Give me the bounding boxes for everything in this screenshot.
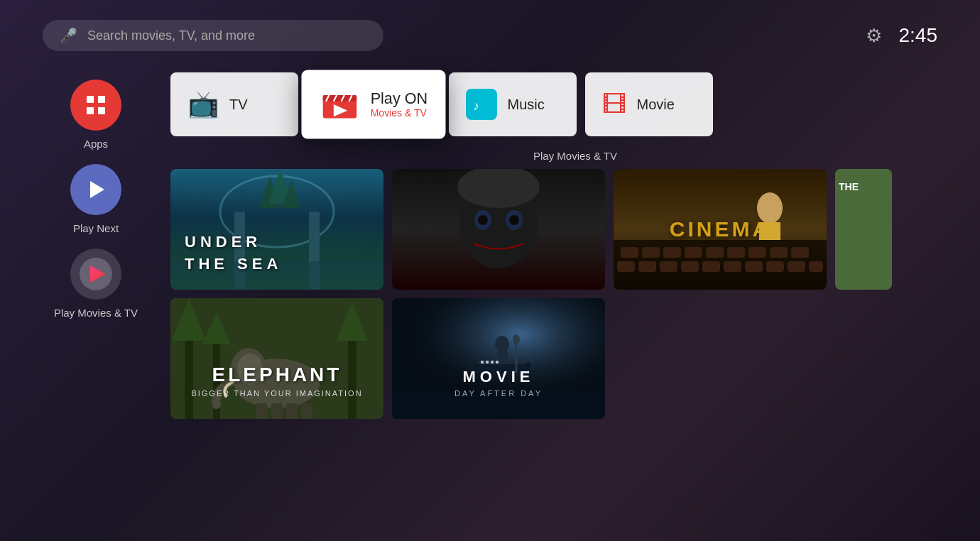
gear-icon[interactable]: ⚙ [866,25,882,47]
svg-point-26 [478,215,488,225]
partial-bg: THE [835,169,892,290]
music-icon: ♪ [466,89,497,120]
play-movies-label: Play Movies & TV [54,307,138,319]
app-card-movie[interactable]: 🎞 Movie [585,72,713,136]
svg-rect-32 [685,247,702,258]
elephant-title: ELEPHANT [185,364,369,386]
svg-rect-44 [745,261,763,272]
svg-rect-63 [286,403,298,419]
media-card-under-sea[interactable]: UNDERTHE SEA [170,169,383,290]
search-placeholder: Search movies, TV, and more [87,28,255,43]
svg-rect-31 [663,247,681,258]
partial-visual: THE [835,169,892,290]
elephant-subtitle: BIGGER THAN YOUR IMAGINATION [185,389,369,398]
play-movies-icon-circle [70,248,121,300]
playon-text-wrap: Play ON Movies & TV [371,89,428,119]
svg-text:THE: THE [839,181,859,192]
movie-icon: 🎞 [602,91,626,119]
media-card-movie-day[interactable]: MOVIE DAY AFTER DAY [392,298,605,419]
svg-rect-2 [87,107,94,114]
app-card-playon[interactable]: Play ON Movies & TV [301,70,446,138]
svg-rect-49 [759,222,780,240]
clock: 2:45 [899,24,938,47]
playon-label: Play ON [371,89,428,107]
svg-rect-34 [727,247,745,258]
under-sea-title: UNDERTHE SEA [185,231,282,275]
app-card-tv[interactable]: 📺 TV [170,72,298,136]
svg-rect-61 [256,403,267,419]
svg-rect-1 [98,96,105,103]
svg-rect-62 [271,403,283,419]
svg-point-68 [495,336,509,353]
svg-rect-35 [748,247,766,258]
movie-label: Movie [636,97,674,113]
movie-day-subtitle: DAY AFTER DAY [392,389,605,398]
media-card-cinema[interactable]: CINEMA [614,169,827,290]
svg-rect-39 [638,261,656,272]
main-content: Apps Play Next [0,65,980,419]
sidebar-item-apps[interactable]: Apps [43,80,149,150]
svg-point-27 [509,215,519,225]
svg-rect-71 [477,361,527,364]
darkside-visual [392,169,605,290]
playon-icon [320,84,359,124]
svg-rect-41 [681,261,699,272]
svg-rect-45 [766,261,784,272]
svg-marker-4 [90,181,104,198]
tv-icon: 📺 [187,92,219,117]
header: 🎤 Search movies, TV, and more ⚙ 2:45 [0,0,980,65]
play-next-icon-circle [70,164,121,215]
music-label: Music [507,97,544,113]
play-next-icon [83,177,109,202]
svg-rect-46 [788,261,805,272]
app-card-music[interactable]: ♪ Music [449,72,577,136]
grid-icon [83,92,109,118]
cinema-visual [614,169,827,290]
svg-rect-36 [770,247,788,258]
svg-rect-29 [621,247,638,258]
elephant-text: ELEPHANT BIGGER THAN YOUR IMAGINATION [185,364,369,398]
mic-icon: 🎤 [60,27,77,44]
play-next-label: Play Next [73,222,119,234]
movie-day-text: MOVIE DAY AFTER DAY [392,368,605,398]
app-row-tooltip: Play Movies & TV [533,150,617,162]
play-movies-icon [78,256,114,292]
svg-rect-38 [617,261,635,272]
elephant-visual [170,298,383,419]
media-card-elephant[interactable]: ELEPHANT BIGGER THAN YOUR IMAGINATION [170,298,383,419]
svg-rect-47 [809,261,823,272]
elephant-bg: ELEPHANT BIGGER THAN YOUR IMAGINATION [170,298,383,419]
svg-rect-0 [87,96,94,103]
svg-rect-43 [724,261,741,272]
media-card-darkside[interactable]: Darkside [392,169,605,290]
app-row: 📺 TV Play ON Movies [170,72,980,136]
playon-sublabel: Movies & TV [371,107,428,119]
svg-rect-73 [486,361,489,364]
svg-rect-75 [496,361,499,364]
apps-label: Apps [84,138,108,150]
movie-day-visual [392,298,605,419]
media-card-partial[interactable]: THE [835,169,892,290]
svg-point-48 [757,192,783,224]
sidebar-item-play-next[interactable]: Play Next [43,164,149,234]
svg-rect-30 [642,247,660,258]
svg-rect-37 [791,247,809,258]
sidebar: Apps Play Next [43,72,149,419]
apps-icon-circle [70,80,121,131]
search-bar[interactable]: 🎤 Search movies, TV, and more [43,20,383,51]
cinema-bg: CINEMA [614,169,827,290]
svg-rect-33 [706,247,724,258]
svg-rect-72 [481,361,484,364]
svg-rect-64 [301,403,312,419]
movie-day-title: MOVIE [392,368,605,386]
svg-point-77 [513,334,520,344]
tv-label: TV [229,97,248,113]
svg-rect-40 [660,261,677,272]
sidebar-item-play-movies[interactable]: Play Movies & TV [43,248,149,319]
movie-day-bg: MOVIE DAY AFTER DAY [392,298,605,419]
header-right: ⚙ 2:45 [866,24,938,47]
under-sea-bg: UNDERTHE SEA [170,169,383,290]
darkside-bg: Darkside [392,169,605,290]
content-area: 📺 TV Play ON Movies [149,72,980,419]
svg-text:♪: ♪ [473,99,479,113]
